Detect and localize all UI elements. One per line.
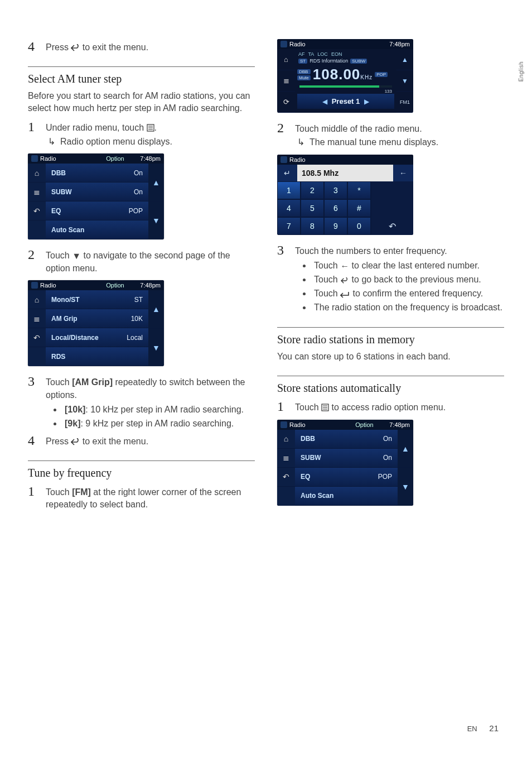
option-screenshot-b: Radio Option 7:48pm ⌂ ≣ ↶ Mono/STST AM G… xyxy=(28,280,164,366)
left-column: 4 Press to exit the menu. Select AM tune… xyxy=(28,39,255,514)
scroll-up-icon[interactable]: ▲ xyxy=(396,49,413,70)
home-icon[interactable]: ⌂ xyxy=(277,430,295,449)
option-key: DBB xyxy=(51,169,134,177)
option-row[interactable]: SUBWOn xyxy=(46,183,148,202)
keypad-key[interactable]: 4 xyxy=(277,199,301,217)
app-title: Radio xyxy=(40,155,90,162)
radio-app-icon xyxy=(31,282,38,289)
step-text-post: to access radio option menu. xyxy=(329,402,446,412)
indicator: AF xyxy=(298,51,305,57)
step-text-post: . xyxy=(154,123,157,132)
option-screenshot-a: Radio Option 7:48pm ⌂ ≣ ↶ DBBOn SUBWOn E… xyxy=(28,153,164,239)
option-row[interactable]: RDS xyxy=(46,347,148,366)
step-text-post: to exit the menu. xyxy=(80,42,148,52)
header-time: 7:48pm xyxy=(140,282,161,289)
option-row[interactable]: EQPOP xyxy=(46,202,148,220)
home-icon[interactable]: ⌂ xyxy=(28,290,46,309)
backspace-icon[interactable]: ← xyxy=(393,165,413,181)
home-icon[interactable]: ⌂ xyxy=(28,164,46,183)
bullet-item: Touch to go back to the previous menu. xyxy=(312,274,504,286)
option-row[interactable]: SUBWOn xyxy=(295,449,398,468)
back-icon xyxy=(340,274,349,286)
enter-icon xyxy=(340,288,350,300)
option-row[interactable]: AM Grip10K xyxy=(46,309,148,328)
keypad-key[interactable]: 8 xyxy=(301,217,324,235)
back-icon[interactable]: ↶ xyxy=(277,468,295,487)
bullet-item: [10k]: 10 kHz per step in AM radio searc… xyxy=(62,404,255,416)
keypad-key[interactable]: 5 xyxy=(301,199,324,217)
list-icon[interactable]: ≣ xyxy=(28,309,46,328)
step-number: 3 xyxy=(28,374,46,388)
keypad-key[interactable]: 2 xyxy=(301,181,324,199)
scroll-up-icon[interactable]: ▲ xyxy=(148,164,164,202)
scroll-down-icon[interactable]: ▼ xyxy=(148,329,164,367)
preset-label[interactable]: Preset 1 xyxy=(332,97,360,105)
option-key: EQ xyxy=(51,207,129,215)
option-key: Auto Scan xyxy=(301,492,392,500)
bullet-item: The radio station on the frequency is br… xyxy=(312,301,504,314)
option-key: AM Grip xyxy=(51,315,131,323)
list-icon[interactable]: ≣ xyxy=(277,70,295,92)
scroll-up-icon[interactable]: ▲ xyxy=(398,430,413,468)
keypad-key[interactable]: 0 xyxy=(347,217,371,235)
step-number: 1 xyxy=(277,399,295,414)
frequency-value: 108.00 xyxy=(313,66,361,83)
keypad-key[interactable]: 6 xyxy=(324,199,347,217)
freq-bar[interactable] xyxy=(299,85,392,88)
back-icon[interactable]: ↶ xyxy=(28,202,46,220)
list-icon[interactable]: ≣ xyxy=(277,449,295,468)
bullet-pre: Touch xyxy=(314,289,340,298)
option-row[interactable]: EQPOP xyxy=(295,468,398,487)
step-text-pre: Touch xyxy=(46,251,72,260)
radio-app-icon xyxy=(280,156,287,163)
scroll-up-icon[interactable]: ▲ xyxy=(148,290,164,329)
bullet-text: : 10 kHz per step in AM radio searching. xyxy=(85,405,244,414)
scroll-down-icon[interactable]: ▼ xyxy=(148,202,164,240)
option-row[interactable]: Mono/STST xyxy=(46,290,148,309)
keypad-key[interactable]: # xyxy=(347,199,371,217)
section-heading-am-tuner: Select AM tuner step xyxy=(28,73,255,85)
radio-main-screenshot: Radio 7:48pm ⌂ ≣ ⟳ AF TA LOC EON xyxy=(277,39,413,113)
section-intro: Before you start to search for AM radio … xyxy=(28,90,255,115)
frequency-display[interactable]: 108.00KHz xyxy=(313,65,373,84)
option-value: ST xyxy=(134,296,143,304)
option-value: On xyxy=(134,188,143,196)
preset-prev-icon[interactable]: ◀ xyxy=(322,98,327,105)
step-text-pre: Press xyxy=(46,436,71,446)
keypad-frequency: 108.5 Mhz xyxy=(297,165,393,181)
scroll-down-icon[interactable]: ▼ xyxy=(396,70,413,92)
option-value: POP xyxy=(378,473,392,481)
back-icon[interactable]: ↶ xyxy=(28,328,46,347)
radio-app-icon xyxy=(280,421,287,428)
app-title: Radio xyxy=(289,41,389,47)
keypad-key[interactable]: 9 xyxy=(324,217,347,235)
keypad-key[interactable]: 1 xyxy=(277,181,301,199)
keypad-screenshot: Radio ↵ 108.5 Mhz ← 1 2 3 * ↶ 4 5 6 # 7 … xyxy=(277,155,413,235)
option-value: On xyxy=(383,435,392,443)
language-side-label: English xyxy=(518,61,524,81)
option-row[interactable]: Auto Scan xyxy=(295,487,398,506)
keypad-key[interactable]: 3 xyxy=(324,181,347,199)
keypad-key[interactable]: * xyxy=(347,181,371,199)
scan-icon[interactable]: ⟳ xyxy=(277,92,295,113)
keypad-key[interactable]: 7 xyxy=(277,217,301,235)
preset-next-icon[interactable]: ▶ xyxy=(364,98,369,105)
option-key: SUBW xyxy=(51,188,134,196)
option-row[interactable]: DBBOn xyxy=(46,164,148,183)
keypad-back-icon[interactable]: ↶ xyxy=(371,181,413,235)
option-key: SUBW xyxy=(301,454,383,462)
enter-icon[interactable]: ↵ xyxy=(277,165,297,181)
step-number: 4 xyxy=(28,433,46,448)
home-icon[interactable]: ⌂ xyxy=(277,49,295,70)
scroll-down-icon[interactable]: ▼ xyxy=(398,468,413,506)
option-row[interactable]: Local/DistanceLocal xyxy=(46,328,148,347)
tune-step-3: 3 Touch the numbers to enter frequency. … xyxy=(277,243,504,315)
am-step-1: 1 Under radio menu, touch . ↳ Radio opti… xyxy=(28,119,255,148)
band-button[interactable]: FM1 xyxy=(396,92,413,113)
option-row[interactable]: Auto Scan xyxy=(46,220,148,239)
list-icon[interactable]: ≣ xyxy=(28,183,46,202)
pop-badge: POP xyxy=(375,72,388,77)
option-row[interactable]: DBBOn xyxy=(295,430,398,449)
indicator: EON xyxy=(331,51,342,57)
header-time: 7:48pm xyxy=(389,421,410,428)
